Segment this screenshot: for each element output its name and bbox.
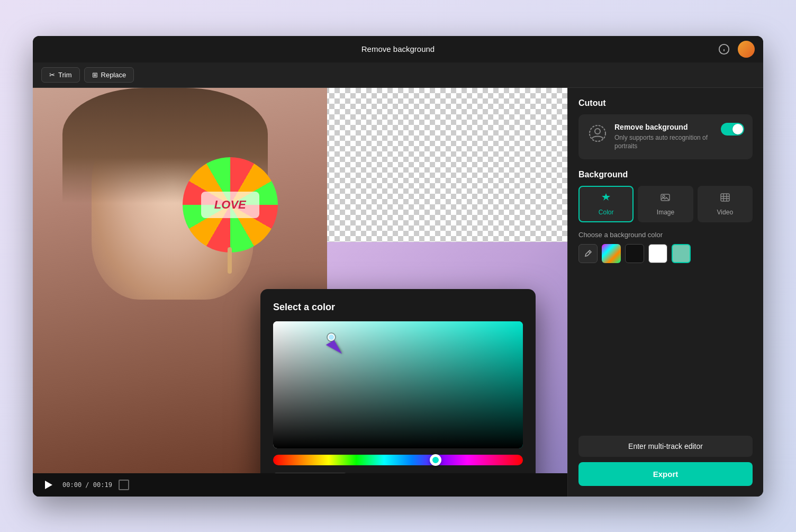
white-swatch[interactable] xyxy=(648,244,667,263)
svg-rect-6 xyxy=(721,194,729,201)
toolbar: ✂ Trim ⊞ Replace xyxy=(33,62,763,88)
fullscreen-button[interactable] xyxy=(119,480,129,490)
picker-title: Select a color xyxy=(273,302,523,313)
color-choose-label: Choose a background color xyxy=(578,231,753,239)
background-section-title: Background xyxy=(578,170,753,179)
total-time: 00:19 xyxy=(93,481,112,489)
hex-input-row: #cbf9ff xyxy=(273,473,523,473)
background-section: Background Color xyxy=(578,170,753,263)
eyedropper-swatch[interactable] xyxy=(578,244,598,263)
play-icon xyxy=(45,481,52,489)
video-tab-label: Video xyxy=(717,209,733,216)
cutout-section: Cutout Remove background Only supports a… xyxy=(578,98,753,160)
bottom-actions: Enter multi-track editor Export xyxy=(578,436,753,486)
trim-button[interactable]: ✂ Trim xyxy=(41,67,80,83)
time-display: 00:00 / 00:19 xyxy=(62,481,112,489)
hue-slider[interactable] xyxy=(273,455,523,465)
user-avatar[interactable] xyxy=(738,41,755,58)
color-picker-popup: Select a color xyxy=(260,289,536,473)
title-bar: Remove background xyxy=(33,36,763,62)
video-frame: LOVE Select a color xyxy=(33,88,567,473)
image-tab-icon xyxy=(660,192,671,205)
cursor-arrow xyxy=(326,340,342,358)
multi-track-button[interactable]: Enter multi-track editor xyxy=(578,436,753,457)
tab-video[interactable]: Video xyxy=(698,186,753,222)
title-bar-actions xyxy=(717,41,755,58)
hue-slider-thumb[interactable] xyxy=(430,454,441,466)
cursor-dot xyxy=(328,333,335,341)
remove-bg-toggle[interactable] xyxy=(721,123,744,136)
time-separator: / xyxy=(85,481,93,489)
export-button[interactable]: Export xyxy=(578,462,753,486)
svg-point-3 xyxy=(595,129,600,134)
picker-cursor xyxy=(331,337,339,357)
color-gradient-area[interactable] xyxy=(273,321,523,448)
cutout-feature-desc: Only supports auto recognition of portra… xyxy=(614,133,714,151)
replace-label: Replace xyxy=(101,71,126,79)
lollipop-text: LOVE xyxy=(201,192,259,218)
current-time: 00:00 xyxy=(62,481,82,489)
main-content: LOVE Select a color xyxy=(33,88,763,497)
cutout-info: Remove background Only supports auto rec… xyxy=(614,123,714,151)
cutout-section-title: Cutout xyxy=(578,98,753,108)
portrait-icon xyxy=(587,123,608,144)
lollipop: LOVE xyxy=(183,157,288,263)
trim-icon: ✂ xyxy=(49,71,55,79)
tab-color[interactable]: Color xyxy=(578,186,634,222)
color-swatches xyxy=(578,244,753,263)
video-controls: 00:00 / 00:19 xyxy=(33,473,567,497)
replace-icon: ⊞ xyxy=(92,71,98,79)
right-panel: Cutout Remove background Only supports a… xyxy=(567,88,763,497)
toggle-knob xyxy=(732,124,743,134)
image-tab-label: Image xyxy=(657,209,674,216)
app-window: Remove background ✂ Trim ⊞ Replace xyxy=(33,36,763,497)
replace-button[interactable]: ⊞ Replace xyxy=(84,67,134,83)
play-button[interactable] xyxy=(41,477,56,492)
svg-line-11 xyxy=(589,251,590,253)
tab-image[interactable]: Image xyxy=(638,186,693,222)
black-swatch[interactable] xyxy=(625,244,644,263)
cutout-card: Remove background Only supports auto rec… xyxy=(578,114,753,160)
hue-thumb-inner xyxy=(431,456,440,464)
lollipop-stick xyxy=(228,247,232,274)
teal-swatch[interactable] xyxy=(672,244,691,263)
hex-input[interactable]: #cbf9ff xyxy=(273,473,347,473)
gradient-swatch[interactable] xyxy=(602,244,621,263)
video-canvas: LOVE Select a color xyxy=(33,88,567,473)
help-icon[interactable] xyxy=(717,42,731,57)
color-tab-label: Color xyxy=(599,209,614,216)
trim-label: Trim xyxy=(58,71,72,79)
color-tab-icon xyxy=(601,192,611,205)
video-area: LOVE Select a color xyxy=(33,88,567,497)
cutout-feature-title: Remove background xyxy=(614,123,714,131)
video-tab-icon xyxy=(720,192,730,205)
background-tabs: Color Image xyxy=(578,186,753,222)
window-title: Remove background xyxy=(361,44,435,53)
